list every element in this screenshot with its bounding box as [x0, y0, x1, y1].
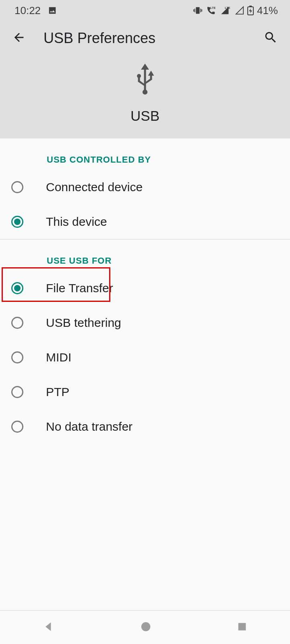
radio-icon — [11, 181, 23, 193]
back-button[interactable] — [12, 31, 26, 46]
signal-empty-icon — [235, 6, 244, 15]
status-time: 10:22 — [14, 4, 41, 17]
signal-lte-icon: LTE — [220, 6, 232, 15]
option-label: MIDI — [23, 351, 71, 364]
picture-icon — [48, 6, 57, 15]
radio-icon — [11, 421, 23, 433]
option-label: This device — [23, 215, 107, 229]
nav-back-button[interactable] — [42, 620, 55, 635]
option-label: USB tethering — [23, 316, 121, 330]
nav-bar — [0, 610, 290, 644]
battery-percent: 41% — [257, 4, 278, 17]
radio-icon — [11, 351, 23, 363]
option-label: PTP — [23, 385, 69, 399]
option-midi[interactable]: MIDI — [0, 340, 290, 375]
radio-checked-icon — [11, 282, 23, 294]
option-label: File Transfer — [23, 281, 113, 295]
svg-rect-5 — [238, 623, 246, 630]
nav-home-button[interactable] — [140, 621, 152, 634]
nav-recent-button[interactable] — [236, 621, 248, 634]
page-title: USB Preferences — [26, 30, 263, 47]
section-title-use-usb-for: USE USB FOR — [0, 239, 290, 271]
radio-icon — [11, 386, 23, 398]
app-header: USB Preferences — [0, 21, 290, 56]
radio-icon — [11, 317, 23, 329]
svg-text:LTE: LTE — [210, 6, 215, 10]
option-ptp[interactable]: PTP — [0, 375, 290, 409]
option-file-transfer[interactable]: File Transfer — [0, 271, 290, 305]
usb-icon — [133, 63, 157, 98]
svg-rect-3 — [249, 6, 252, 7]
section-title-controlled-by: USB CONTROLLED BY — [0, 138, 290, 170]
option-no-data-transfer[interactable]: No data transfer — [0, 409, 290, 444]
volte-call-icon: LTE — [205, 6, 217, 15]
option-this-device[interactable]: This device — [0, 204, 290, 239]
battery-charging-icon — [247, 6, 254, 15]
option-connected-device[interactable]: Connected device — [0, 170, 290, 204]
search-button[interactable] — [263, 30, 278, 46]
svg-point-4 — [141, 622, 151, 631]
radio-checked-icon — [11, 216, 23, 228]
status-bar: 10:22 LTE LTE 41% — [0, 0, 290, 21]
vibrate-icon — [193, 6, 202, 15]
hero: USB — [0, 56, 290, 138]
hero-label: USB — [130, 108, 160, 124]
option-label: No data transfer — [23, 420, 133, 433]
option-label: Connected device — [23, 180, 143, 194]
option-usb-tethering[interactable]: USB tethering — [0, 305, 290, 340]
